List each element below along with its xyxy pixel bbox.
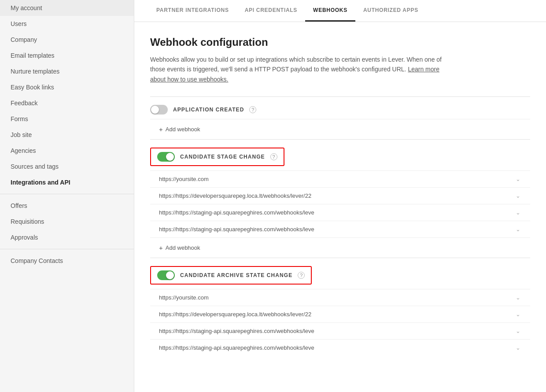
sidebar-item-integrations-and-api[interactable]: Integrations and API (0, 174, 134, 190)
help-badge-archive-change[interactable]: ? (298, 272, 305, 279)
webhook-url-row-archive-1[interactable]: https://https://developersquarepeg.loca.… (150, 306, 530, 322)
webhook-header-boxed-archive-change: CANDIDATE ARCHIVE STATE CHANGE ? (150, 266, 312, 285)
sidebar-divider-2 (0, 249, 134, 249)
webhook-url-text: https://yoursite.com (159, 176, 511, 182)
webhook-url-text: https://yoursite.com (159, 294, 511, 301)
chevron-down-icon: ⌄ (516, 344, 524, 351)
add-webhook-application-created[interactable]: + Add webhook (150, 119, 530, 139)
sidebar-item-forms[interactable]: Forms (0, 111, 134, 127)
sidebar-item-email-templates[interactable]: Email templates (0, 48, 134, 63)
webhook-section-candidate-stage-change: CANDIDATE STAGE CHANGE ? https://yoursit… (150, 139, 530, 258)
help-badge-application-created[interactable]: ? (249, 106, 256, 113)
chevron-down-icon: ⌄ (516, 226, 524, 233)
toggle-candidate-archive-state-change[interactable] (157, 270, 175, 280)
webhook-url-row-stage-2[interactable]: https://https://staging-api.squarepeghir… (150, 204, 530, 221)
add-webhook-label: Add webhook (166, 244, 200, 251)
page-title: Webhook configuration (150, 36, 530, 48)
sidebar-item-users[interactable]: Users (0, 16, 134, 32)
webhook-section-application-created: APPLICATION CREATED ? + Add webhook (150, 96, 530, 139)
webhook-header-boxed-stage-change: CANDIDATE STAGE CHANGE ? (150, 148, 284, 166)
sidebar-item-requisitions[interactable]: Requisitions (0, 214, 134, 229)
chevron-down-icon: ⌄ (516, 209, 524, 216)
webhook-url-row-archive-3[interactable]: https://https://staging-api.squarepeghir… (150, 339, 530, 356)
sidebar-group-offers: Offers Requisitions Approvals (0, 198, 134, 245)
add-webhook-plus-icon: + (159, 126, 163, 133)
webhook-url-text: https://https://staging-api.squarepeghir… (159, 344, 511, 351)
add-webhook-plus-icon: + (159, 244, 163, 251)
sidebar-item-approvals[interactable]: Approvals (0, 229, 134, 245)
webhook-url-row-archive-2[interactable]: https://https://staging-api.squarepeghir… (150, 322, 530, 339)
sidebar-item-sources-and-tags[interactable]: Sources and tags (0, 159, 134, 174)
tab-webhooks[interactable]: Webhooks (305, 0, 355, 22)
webhook-url-text: https://https://developersquarepeg.loca.… (159, 311, 511, 318)
tabs-bar: Partner Integrations API Credentials Web… (134, 0, 546, 22)
add-webhook-stage-change[interactable]: + Add webhook (150, 237, 530, 258)
webhook-url-text: https://https://staging-api.squarepeghir… (159, 226, 511, 233)
webhook-section-candidate-archive-state-change: CANDIDATE ARCHIVE STATE CHANGE ? https:/… (150, 258, 530, 356)
page-description: Webhooks allow you to build or set up in… (150, 55, 450, 84)
sidebar-item-company-contacts[interactable]: Company Contacts (0, 253, 134, 269)
toggle-application-created[interactable] (150, 105, 168, 115)
help-badge-stage-change[interactable]: ? (270, 153, 277, 160)
sidebar-item-job-site[interactable]: Job site (0, 127, 134, 143)
webhook-header-application-created: APPLICATION CREATED ? (150, 105, 530, 115)
sidebar: My account Users Company Email templates… (0, 0, 134, 392)
webhook-url-row-stage-1[interactable]: https://https://developersquarepeg.loca.… (150, 187, 530, 204)
webhook-url-text: https://https://staging-api.squarepeghir… (159, 328, 511, 334)
sidebar-item-feedback[interactable]: Feedback (0, 95, 134, 111)
webhook-label-candidate-archive-state-change: CANDIDATE ARCHIVE STATE CHANGE (180, 272, 292, 278)
webhook-label-candidate-stage-change: CANDIDATE STAGE CHANGE (180, 154, 265, 160)
main-content: Partner Integrations API Credentials Web… (134, 0, 546, 392)
sidebar-item-nurture-templates[interactable]: Nurture templates (0, 63, 134, 79)
sidebar-item-agencies[interactable]: Agencies (0, 143, 134, 159)
toggle-candidate-stage-change[interactable] (157, 152, 175, 162)
tab-api-credentials[interactable]: API Credentials (237, 0, 305, 22)
sidebar-item-offers[interactable]: Offers (0, 198, 134, 214)
webhook-url-row-archive-0[interactable]: https://yoursite.com ⌄ (150, 289, 530, 306)
tab-authorized-apps[interactable]: Authorized Apps (355, 0, 426, 22)
webhook-url-text: https://https://developersquarepeg.loca.… (159, 192, 511, 199)
sidebar-group-main: My account Users Company Email templates… (0, 0, 134, 190)
sidebar-item-easy-book-links[interactable]: Easy Book links (0, 79, 134, 95)
page-content: Webhook configuration Webhooks allow you… (134, 22, 546, 370)
chevron-down-icon: ⌄ (516, 311, 524, 318)
tab-partner-integrations[interactable]: Partner Integrations (148, 0, 237, 22)
chevron-down-icon: ⌄ (516, 176, 524, 182)
sidebar-group-company-contacts: Company Contacts (0, 253, 134, 269)
chevron-down-icon: ⌄ (516, 294, 524, 301)
webhook-url-row-stage-0[interactable]: https://yoursite.com ⌄ (150, 170, 530, 187)
webhook-label-application-created: APPLICATION CREATED (173, 107, 244, 113)
sidebar-item-my-account[interactable]: My account (0, 0, 134, 16)
add-webhook-label: Add webhook (166, 126, 200, 133)
webhook-url-text: https://https://staging-api.squarepeghir… (159, 209, 511, 216)
sidebar-divider-1 (0, 194, 134, 194)
sidebar-item-company[interactable]: Company (0, 32, 134, 48)
chevron-down-icon: ⌄ (516, 328, 524, 334)
webhook-url-row-stage-3[interactable]: https://https://staging-api.squarepeghir… (150, 221, 530, 237)
chevron-down-icon: ⌄ (516, 192, 524, 199)
